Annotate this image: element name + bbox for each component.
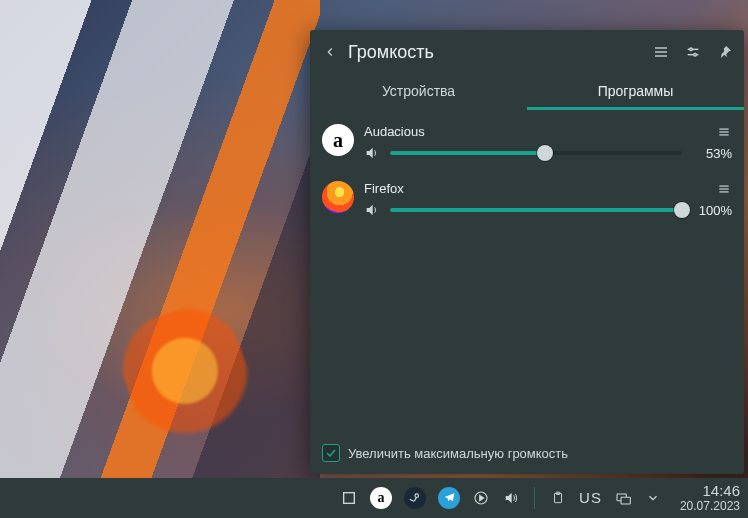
back-button[interactable] <box>318 40 342 64</box>
hamburger-icon[interactable] <box>652 43 670 61</box>
tab-devices[interactable]: Устройства <box>310 74 527 110</box>
app-menu-button[interactable] <box>716 125 732 139</box>
svg-rect-13 <box>344 493 355 504</box>
clock[interactable]: 14:46 20.07.2023 <box>680 482 740 513</box>
volume-panel: Громкость Устройства Программы a <box>310 30 744 474</box>
svg-point-4 <box>690 48 693 51</box>
speaker-icon[interactable] <box>364 145 380 161</box>
tabs: Устройства Программы <box>310 74 744 110</box>
network-tray-icon[interactable] <box>614 489 632 507</box>
audacious-icon: a <box>322 124 354 156</box>
tab-devices-label: Устройства <box>382 83 455 99</box>
firefox-icon <box>322 181 354 213</box>
desktop-peek-icon[interactable] <box>340 489 358 507</box>
svg-point-15 <box>416 494 418 496</box>
panel-header: Громкость <box>310 30 744 74</box>
tray-separator <box>534 487 535 509</box>
pin-icon[interactable] <box>716 43 734 61</box>
clock-time: 14:46 <box>680 482 740 499</box>
volume-slider-firefox[interactable] <box>390 202 682 218</box>
volume-slider-audacious[interactable] <box>390 145 682 161</box>
audacious-tray-icon[interactable]: a <box>370 487 392 509</box>
media-play-tray-icon[interactable] <box>472 489 490 507</box>
speaker-icon[interactable] <box>364 202 380 218</box>
clock-date: 20.07.2023 <box>680 500 740 514</box>
system-tray: a US 14:46 20.07.2023 <box>340 482 740 513</box>
panel-footer: Увеличить максимальную громкость <box>310 434 744 474</box>
boost-volume-checkbox[interactable] <box>322 444 340 462</box>
volume-value: 53% <box>692 146 732 161</box>
app-row-audacious: a Audacious 53% <box>322 118 732 175</box>
settings-sliders-icon[interactable] <box>684 43 702 61</box>
boost-volume-label: Увеличить максимальную громкость <box>348 446 568 461</box>
app-name: Firefox <box>364 181 716 196</box>
app-row-firefox: Firefox 100% <box>322 175 732 232</box>
svg-rect-21 <box>621 497 630 504</box>
tray-expand-icon[interactable] <box>644 489 662 507</box>
taskbar: a US 14:46 20.07.2023 <box>0 478 748 518</box>
volume-value: 100% <box>692 203 732 218</box>
app-menu-button[interactable] <box>716 182 732 196</box>
tab-apps-label: Программы <box>598 83 674 99</box>
steam-tray-icon[interactable] <box>404 487 426 509</box>
keyboard-layout-indicator[interactable]: US <box>579 489 602 506</box>
volume-tray-icon[interactable] <box>502 489 520 507</box>
apps-list: a Audacious 53% <box>310 110 744 434</box>
clipboard-tray-icon[interactable] <box>549 489 567 507</box>
tab-apps[interactable]: Программы <box>527 74 744 110</box>
telegram-tray-icon[interactable] <box>438 487 460 509</box>
svg-marker-17 <box>480 495 484 500</box>
app-name: Audacious <box>364 124 716 139</box>
svg-point-6 <box>694 53 697 56</box>
panel-title: Громкость <box>348 42 652 63</box>
